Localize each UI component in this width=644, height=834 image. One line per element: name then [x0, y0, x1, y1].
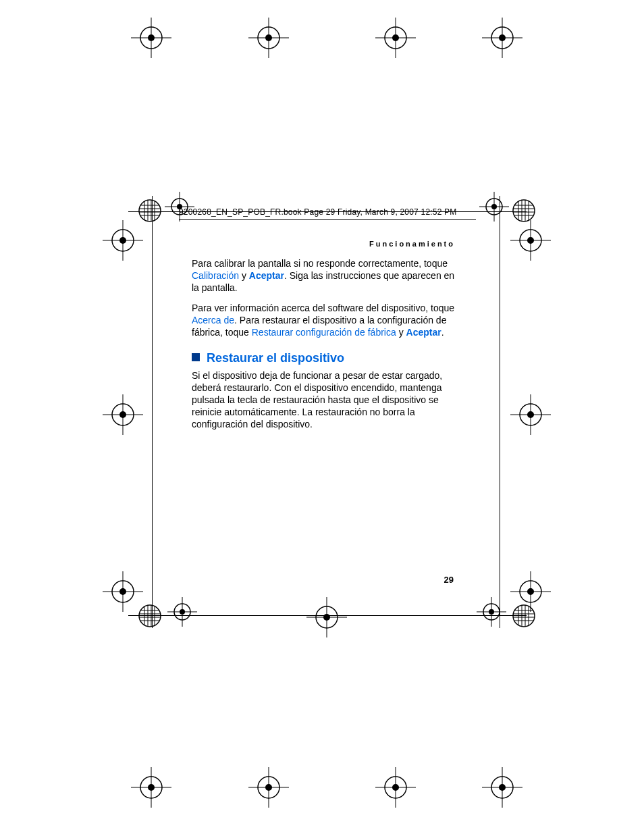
crosshair-icon	[481, 16, 524, 59]
paragraph-about-restore: Para ver información acerca del software…	[192, 303, 460, 339]
book-file-header-text: 9200268_EN_SP_POB_FR.book Page 29 Friday…	[179, 207, 456, 217]
crosshair-icon	[247, 766, 290, 809]
running-head: Funcionamiento	[369, 240, 455, 248]
crosshair-icon	[163, 190, 196, 223]
link-restaurar-config[interactable]: Restaurar configuración de fábrica	[252, 327, 396, 338]
printer-line-left	[152, 196, 153, 628]
crosshair-icon	[130, 766, 173, 809]
crosshair-icon	[509, 219, 552, 262]
crosshair-icon	[101, 570, 144, 613]
link-acerca-de[interactable]: Acerca de	[192, 315, 234, 325]
paragraph-restaurar-body: Si el dispositivo deja de funcionar a pe…	[192, 370, 460, 431]
paragraph-calibration: Para calibrar la pantalla si no responde…	[192, 258, 460, 294]
page-number: 29	[444, 575, 454, 585]
heading-restaurar: Restaurar el dispositivo	[192, 350, 460, 366]
crosshair-icon	[475, 596, 508, 628]
crosshair-icon	[130, 16, 173, 59]
crosshair-icon	[101, 219, 144, 262]
crosshair-icon	[374, 16, 417, 59]
crosshair-icon	[478, 190, 510, 223]
book-file-header: 9200268_EN_SP_POB_FR.book Page 29 Friday…	[179, 207, 456, 217]
crosshair-icon	[509, 570, 552, 613]
link-calibracion[interactable]: Calibración	[192, 270, 239, 281]
link-aceptar-1[interactable]: Aceptar	[249, 270, 284, 281]
printer-line-right	[500, 196, 500, 628]
crosshair-icon	[101, 393, 144, 436]
page-content: Para calibrar la pantalla si no responde…	[192, 258, 460, 439]
crosshair-icon	[509, 393, 552, 436]
crosshair-icon	[305, 596, 348, 639]
crosshair-icon	[247, 16, 290, 59]
crosshair-icon	[481, 766, 524, 809]
heading-text: Restaurar el dispositivo	[207, 351, 344, 365]
square-bullet-icon	[192, 353, 200, 361]
crosshair-icon	[166, 596, 198, 628]
crosshair-icon	[374, 766, 417, 809]
link-aceptar-2[interactable]: Aceptar	[406, 327, 441, 338]
